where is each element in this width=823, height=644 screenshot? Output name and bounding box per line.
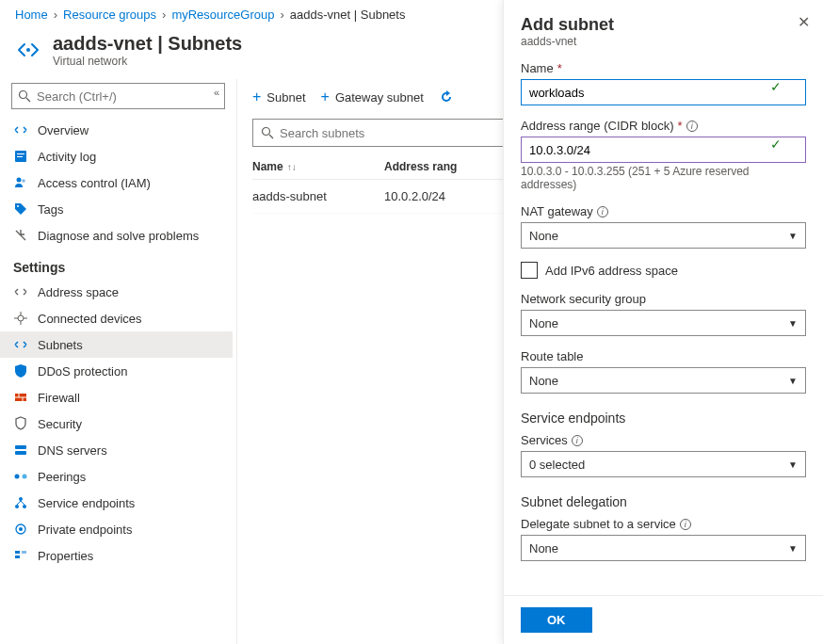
search-icon <box>261 126 274 139</box>
sidebar-item-label: Address space <box>38 285 119 299</box>
refresh-button[interactable] <box>439 89 454 105</box>
sidebar-item-subnets[interactable]: Subnets <box>0 331 233 358</box>
breadcrumb-current: aadds-vnet | Subnets <box>290 8 406 22</box>
select-value: 0 selected <box>529 458 585 472</box>
breadcrumb-my-resource-group[interactable]: myResourceGroup <box>171 8 274 22</box>
nsg-label: Network security group <box>521 292 806 306</box>
panel-subtitle: aadds-vnet <box>521 35 806 48</box>
column-label: Name <box>252 160 283 173</box>
sort-icon: ↑↓ <box>287 162 297 172</box>
sidebar-item-peerings[interactable]: Peerings <box>0 463 233 490</box>
page-subtitle: Virtual network <box>53 55 242 68</box>
chevron-down-icon: ▼ <box>788 231 798 241</box>
subnet-name-input[interactable] <box>521 79 806 105</box>
delegate-select[interactable]: None ▼ <box>521 535 806 561</box>
info-icon[interactable]: i <box>572 435 583 446</box>
sidebar-item-label: DDoS protection <box>38 364 127 378</box>
svg-rect-4 <box>17 153 24 154</box>
info-icon[interactable]: i <box>680 519 691 530</box>
sidebar-item-label: Properties <box>38 549 93 563</box>
sidebar-item-activity-log[interactable]: Activity log <box>0 143 233 169</box>
collapse-sidebar-button[interactable]: « <box>214 87 233 105</box>
sidebar-item-label: DNS servers <box>38 443 107 458</box>
checkbox[interactable] <box>521 262 538 279</box>
sidebar-item-label: Tags <box>38 202 63 217</box>
subnet-delegation-heading: Subnet delegation <box>521 494 806 509</box>
sidebar-item-label: Access control (IAM) <box>38 176 151 190</box>
info-icon[interactable]: i <box>686 121 698 132</box>
sidebar-item-service-endpoints[interactable]: Service endpoints <box>0 490 233 516</box>
chevron-down-icon: ▼ <box>788 318 798 329</box>
sidebar-search[interactable] <box>11 83 225 109</box>
address-range-input[interactable] <box>521 137 806 163</box>
search-icon <box>18 89 31 103</box>
shield-icon <box>13 363 28 378</box>
svg-point-6 <box>17 178 22 183</box>
private-endpoints-icon <box>13 522 28 537</box>
delegate-label: Delegate subnet to a service i <box>521 517 806 531</box>
svg-rect-29 <box>22 551 26 554</box>
vnet-icon <box>15 37 41 63</box>
ipv6-label: Add IPv6 address space <box>545 264 678 278</box>
dns-icon <box>13 443 28 458</box>
plus-icon: + <box>252 89 261 105</box>
sidebar-item-label: Overview <box>38 123 89 137</box>
sidebar-item-address-space[interactable]: Address space <box>0 279 233 305</box>
add-gateway-subnet-button[interactable]: + Gateway subnet <box>321 89 424 105</box>
sidebar-item-label: Activity log <box>38 150 96 164</box>
sidebar-item-dns[interactable]: DNS servers <box>0 437 233 463</box>
svg-point-8 <box>17 205 19 207</box>
cell-range: 10.0.2.0/24 <box>384 189 445 203</box>
breadcrumb-sep: › <box>162 8 166 22</box>
plus-icon: + <box>321 89 330 105</box>
sidebar-search-input[interactable] <box>31 89 218 104</box>
add-subnet-button[interactable]: + Subnet <box>252 89 306 105</box>
info-icon[interactable]: i <box>597 206 608 217</box>
services-select[interactable]: 0 selected ▼ <box>521 451 806 477</box>
breadcrumb-resource-groups[interactable]: Resource groups <box>63 8 156 22</box>
sidebar-item-label: Private endpoints <box>38 523 132 537</box>
close-panel-button[interactable]: ✕ <box>798 13 810 31</box>
nsg-select[interactable]: None ▼ <box>521 310 806 336</box>
sidebar-item-diagnose[interactable]: Diagnose and solve problems <box>0 222 233 249</box>
tag-icon <box>13 201 28 217</box>
cell-name: aadds-subnet <box>252 189 384 203</box>
security-icon <box>13 416 28 431</box>
chevron-down-icon: ▼ <box>788 543 798 554</box>
breadcrumb-sep: › <box>280 8 283 22</box>
nat-gateway-select[interactable]: None ▼ <box>521 222 806 249</box>
devices-icon <box>13 311 28 326</box>
svg-point-7 <box>22 179 25 183</box>
sidebar-item-properties[interactable]: Properties <box>0 542 233 569</box>
sidebar-item-overview[interactable]: Overview <box>0 117 233 143</box>
name-label: Name* <box>521 61 806 75</box>
column-address-range[interactable]: Address rang <box>384 160 457 173</box>
sidebar-item-ddos[interactable]: DDoS protection <box>0 358 233 384</box>
column-label: Address rang <box>384 160 457 173</box>
svg-rect-18 <box>15 445 26 449</box>
sidebar-item-tags[interactable]: Tags <box>0 196 233 222</box>
svg-rect-28 <box>15 555 20 558</box>
route-table-select[interactable]: None ▼ <box>521 367 806 394</box>
diagnose-icon <box>13 228 28 243</box>
ipv6-checkbox-row[interactable]: Add IPv6 address space <box>521 262 806 279</box>
services-label: Services i <box>521 433 806 447</box>
select-value: None <box>529 229 558 243</box>
sidebar-item-firewall[interactable]: Firewall <box>0 384 233 411</box>
sidebar-item-security[interactable]: Security <box>0 411 233 437</box>
breadcrumb-home[interactable]: Home <box>15 8 48 22</box>
peerings-icon <box>13 469 28 484</box>
sidebar-item-iam[interactable]: Access control (IAM) <box>0 169 233 196</box>
sidebar-item-private-endpoints[interactable]: Private endpoints <box>0 516 233 542</box>
valid-check-icon: ✓ <box>770 137 782 152</box>
svg-point-26 <box>19 527 23 531</box>
toolbar-label: Gateway subnet <box>335 90 424 105</box>
vnet-icon <box>13 122 28 137</box>
sidebar-item-connected-devices[interactable]: Connected devices <box>0 305 233 331</box>
column-name[interactable]: Name ↑↓ <box>252 160 384 173</box>
sidebar-item-label: Peerings <box>38 470 86 484</box>
address-range-hint: 10.0.3.0 - 10.0.3.255 (251 + 5 Azure res… <box>521 165 806 191</box>
properties-icon <box>13 548 28 563</box>
valid-check-icon: ✓ <box>770 79 782 94</box>
ok-button[interactable]: OK <box>521 607 592 633</box>
